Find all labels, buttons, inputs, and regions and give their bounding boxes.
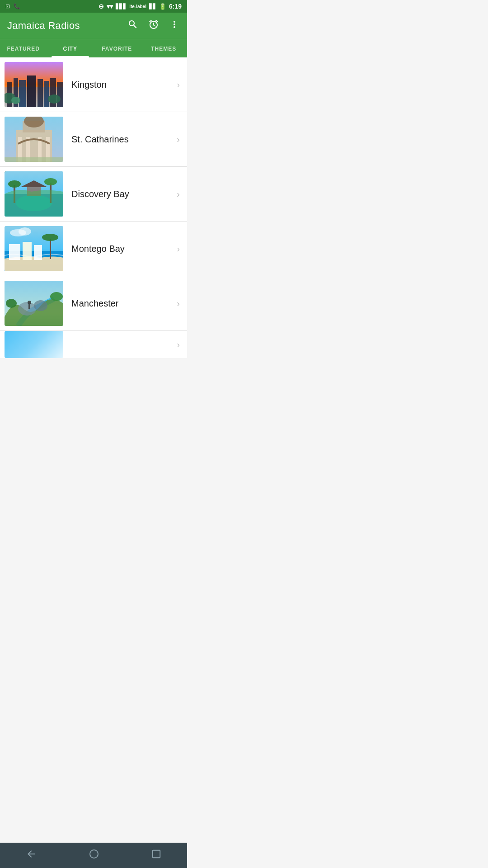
svg-point-45 [6,299,17,308]
city-name-manchester: Manchester [63,298,173,309]
svg-point-46 [50,292,63,301]
city-list: Kingston › [0,57,187,358]
chevron-icon-manchester: › [177,298,180,309]
more-icon[interactable] [169,19,180,33]
tabs-container: FEATURED CITY FAVORITE THEMES [0,39,187,57]
svg-rect-44 [28,304,30,309]
svg-point-43 [28,301,31,304]
city-item-discovery[interactable]: Discovery Bay › [0,167,187,222]
svg-rect-33 [9,244,20,260]
chevron-icon-montego: › [177,244,180,254]
svg-rect-6 [38,79,43,107]
svg-rect-21 [5,157,63,162]
chevron-icon-partial: › [177,340,180,350]
time-display: 6:19 [169,3,182,10]
svg-point-30 [44,178,57,185]
svg-point-37 [42,234,58,241]
alarm-icon[interactable] [148,19,159,33]
svg-rect-9 [57,82,63,107]
search-icon[interactable] [127,19,138,33]
svg-point-28 [8,180,21,188]
city-name-catharines: St. Catharines [63,134,173,145]
tab-city[interactable]: CITY [47,39,94,57]
status-bar: ⊡ 📞 ⊖ ▾▾ ▋▋▋ lte-label ▋▋ 🔋 6:19 [0,0,187,13]
svg-rect-7 [44,81,49,107]
app-header: Jamaica Radios [0,13,187,39]
city-thumb-montego [5,226,63,271]
chevron-icon-kingston: › [177,80,180,90]
city-item-manchester[interactable]: Manchester › [0,276,187,331]
city-thumb-catharines [5,117,63,162]
lte-label: lte-label [129,4,146,9]
tab-themes[interactable]: THEMES [141,39,188,57]
content-area: Kingston › [0,57,187,383]
chevron-icon-discovery: › [177,189,180,199]
phone-icon: 📞 [14,3,20,9]
city-thumb-manchester [5,281,63,326]
svg-point-12 [48,94,61,104]
svg-point-11 [11,97,20,104]
city-thumb-partial [5,331,63,358]
chevron-icon-catharines: › [177,134,180,145]
signal-icon: ▋▋▋ [116,4,127,9]
city-name-discovery: Discovery Bay [63,189,173,199]
svg-point-39 [19,227,31,236]
wifi-icon: ▾▾ [107,3,113,10]
svg-point-42 [34,300,47,311]
photo-icon: ⊡ [5,3,10,9]
city-item-kingston[interactable]: Kingston › [0,57,187,112]
app-title: Jamaica Radios [7,20,80,32]
svg-rect-5 [27,75,36,107]
dnd-icon: ⊖ [99,3,104,10]
city-item-partial[interactable]: › [0,331,187,358]
battery-icon: 🔋 [159,3,166,10]
header-actions [127,19,180,33]
city-item-catharines[interactable]: St. Catharines › [0,112,187,167]
status-right-icons: ⊖ ▾▾ ▋▋▋ lte-label ▋▋ 🔋 6:19 [99,3,182,10]
svg-rect-34 [23,242,32,260]
svg-rect-35 [34,245,42,260]
city-name-kingston: Kingston [63,80,173,90]
city-thumb-kingston [5,62,63,107]
svg-point-41 [18,302,36,316]
city-item-montego[interactable]: Montego Bay › [0,222,187,276]
signal2-icon: ▋▋ [149,4,156,9]
svg-rect-36 [50,239,51,259]
tab-favorite[interactable]: FAVORITE [94,39,141,57]
tab-featured[interactable]: FEATURED [0,39,47,57]
status-left-icons: ⊡ 📞 [5,3,20,9]
svg-rect-4 [19,80,26,107]
city-thumb-discovery [5,171,63,217]
city-name-montego: Montego Bay [63,244,173,254]
